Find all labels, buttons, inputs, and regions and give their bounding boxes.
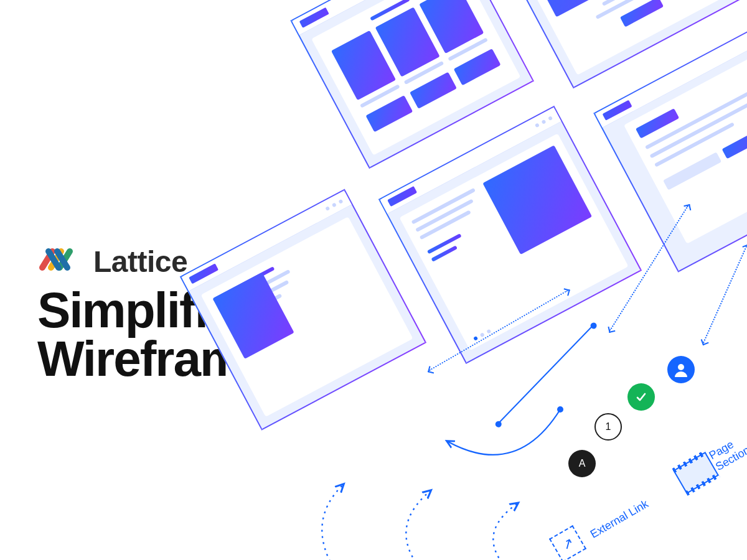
check-icon bbox=[634, 390, 648, 404]
badge-letter-text: A bbox=[579, 458, 586, 469]
cover-canvas: Lattice Simplified Wireframes bbox=[0, 0, 747, 560]
wireframe-window bbox=[180, 189, 426, 431]
lattice-logo-icon bbox=[37, 243, 82, 280]
svg-point-0 bbox=[557, 406, 563, 413]
wireframe-window bbox=[378, 106, 642, 364]
annotation-badge-letter: A bbox=[568, 450, 596, 477]
user-icon bbox=[673, 362, 689, 378]
wireframe-body bbox=[201, 217, 413, 417]
annotation-badge-number: 1 bbox=[594, 413, 622, 441]
svg-point-1 bbox=[678, 364, 684, 370]
annotation-badge-check bbox=[627, 383, 655, 411]
annotation-badge-user bbox=[667, 356, 695, 383]
badge-number-text: 1 bbox=[606, 421, 611, 432]
connector-dotted-curves bbox=[299, 454, 560, 560]
wireframe-body bbox=[400, 133, 629, 350]
wireframe-body bbox=[311, 0, 520, 156]
wireframe-body bbox=[624, 57, 747, 244]
